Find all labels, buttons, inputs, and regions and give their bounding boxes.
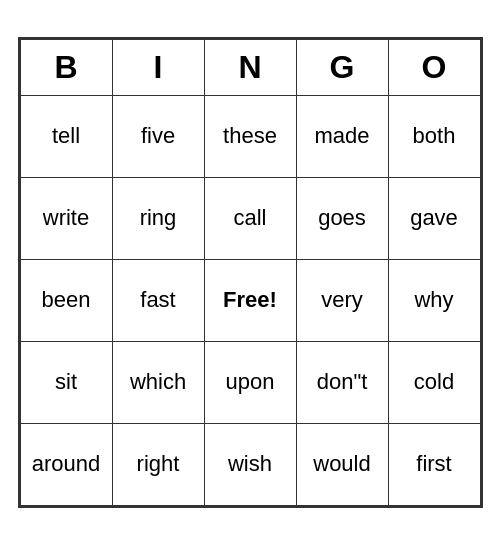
cell-r2-c0: been (20, 259, 112, 341)
cell-r3-c0: sit (20, 341, 112, 423)
cell-r2-c4: why (388, 259, 480, 341)
cell-r0-c0: tell (20, 95, 112, 177)
cell-r1-c0: write (20, 177, 112, 259)
header-i: I (112, 39, 204, 95)
cell-r3-c4: cold (388, 341, 480, 423)
cell-r0-c1: five (112, 95, 204, 177)
header-b: B (20, 39, 112, 95)
cell-r0-c4: both (388, 95, 480, 177)
cell-r4-c1: right (112, 423, 204, 505)
table-row: sitwhichupondon"tcold (20, 341, 480, 423)
cell-r4-c0: around (20, 423, 112, 505)
cell-r3-c2: upon (204, 341, 296, 423)
cell-r2-c1: fast (112, 259, 204, 341)
header-row: B I N G O (20, 39, 480, 95)
cell-r1-c3: goes (296, 177, 388, 259)
cell-r1-c4: gave (388, 177, 480, 259)
cell-r2-c3: very (296, 259, 388, 341)
cell-r4-c2: wish (204, 423, 296, 505)
cell-r2-c2: Free! (204, 259, 296, 341)
cell-r1-c1: ring (112, 177, 204, 259)
table-row: tellfivethesemadeboth (20, 95, 480, 177)
bingo-card: B I N G O tellfivethesemadebothwritering… (18, 37, 483, 508)
cell-r1-c2: call (204, 177, 296, 259)
cell-r3-c1: which (112, 341, 204, 423)
header-g: G (296, 39, 388, 95)
header-o: O (388, 39, 480, 95)
table-row: beenfastFree!verywhy (20, 259, 480, 341)
cell-r4-c4: first (388, 423, 480, 505)
cell-r0-c3: made (296, 95, 388, 177)
cell-r3-c3: don"t (296, 341, 388, 423)
bingo-body: tellfivethesemadebothwriteringcallgoesga… (20, 95, 480, 505)
cell-r4-c3: would (296, 423, 388, 505)
bingo-table: B I N G O tellfivethesemadebothwritering… (20, 39, 481, 506)
header-n: N (204, 39, 296, 95)
cell-r0-c2: these (204, 95, 296, 177)
table-row: aroundrightwishwouldfirst (20, 423, 480, 505)
table-row: writeringcallgoesgave (20, 177, 480, 259)
